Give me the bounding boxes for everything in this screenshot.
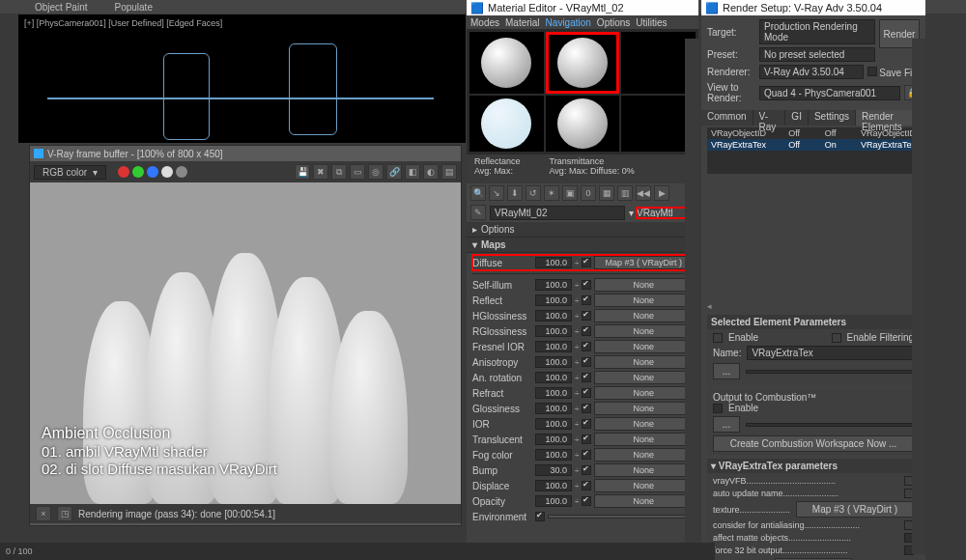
map-slot-button[interactable]: None	[594, 340, 693, 353]
vfb-clear-icon[interactable]: ✖	[313, 164, 328, 180]
assign-material-icon[interactable]: ⬇	[507, 185, 523, 201]
viewport[interactable]: [+] [PhysCamera001] [User Defined] [Edge…	[17, 14, 467, 144]
render-setup-titlebar[interactable]: 🟦 Render Setup: V-Ray Adv 3.50.04	[701, 0, 925, 15]
enable-element-check[interactable]: Enable	[728, 332, 758, 343]
map-slot-button[interactable]: None	[594, 386, 693, 400]
map-amount-spinner[interactable]: 100.0	[535, 449, 572, 461]
combustion-enable-check[interactable]: Enable	[728, 403, 758, 413]
vfb-cc-icon[interactable]: ◧	[405, 164, 420, 180]
enable-filtering-check[interactable]: Enable Filtering	[847, 332, 914, 343]
material-editor-titlebar[interactable]: 🟦 Material Editor - VRayMtl_02	[467, 0, 698, 15]
vfb-abort-icon[interactable]: ×	[36, 506, 51, 521]
me-menu-options[interactable]: Options	[597, 17, 630, 28]
map-amount-spinner[interactable]: 100.0	[535, 372, 572, 383]
put-material-icon[interactable]: ↘	[489, 185, 504, 201]
map-enable-check[interactable]	[582, 342, 591, 351]
rollout-options[interactable]: ▸ Options	[467, 222, 698, 238]
objpaint-menu[interactable]: Object Paint	[35, 2, 87, 13]
map-enable-check[interactable]	[582, 481, 591, 490]
map-enable-check[interactable]	[582, 496, 591, 506]
map-enable-check[interactable]	[582, 258, 591, 267]
mateff-icon[interactable]: 0	[581, 185, 596, 201]
map-slot-button[interactable]	[548, 515, 693, 518]
map-enable-check[interactable]	[582, 465, 591, 475]
vfb-lens-icon[interactable]: ◐	[423, 164, 439, 180]
vfb-region-icon[interactable]: ▭	[350, 164, 365, 180]
vfb-blue-toggle[interactable]	[147, 166, 158, 178]
material-scrollbar[interactable]	[685, 39, 698, 554]
map-enable-check[interactable]	[582, 311, 591, 321]
me-menu-material[interactable]: Material	[505, 17, 540, 28]
map-slot-button[interactable]: None	[594, 479, 693, 492]
pick-material-icon[interactable]: ✎	[470, 205, 486, 220]
map-enable-check[interactable]	[582, 295, 591, 305]
map-amount-spinner[interactable]: 100.0	[535, 495, 572, 507]
me-menu-modes[interactable]: Modes	[470, 17, 499, 28]
reset-material-icon[interactable]: ↺	[526, 185, 541, 201]
map-slot-button[interactable]: None	[594, 309, 693, 322]
tab-settings[interactable]: Settings	[809, 110, 856, 126]
map-amount-spinner[interactable]: 100.0	[535, 480, 572, 491]
tab-common[interactable]: Common	[701, 110, 753, 126]
rollout-maps[interactable]: ▾ Maps	[467, 238, 698, 253]
map-slot-button[interactable]: None	[594, 324, 693, 338]
map-slot-button[interactable]: None	[594, 494, 693, 508]
vfb-history-icon[interactable]: ◳	[57, 506, 72, 521]
texture-map-button[interactable]: Map #3 ( VRayDirt )	[796, 501, 914, 518]
map-amount-spinner[interactable]: 100.0	[535, 356, 572, 368]
combustion-path-input[interactable]	[746, 423, 914, 427]
element-path-input[interactable]	[746, 370, 914, 374]
populate-menu[interactable]: Populate	[114, 2, 152, 13]
sample-slot-5[interactable]	[546, 96, 620, 152]
tab-gi[interactable]: GI	[785, 110, 809, 126]
map-amount-spinner[interactable]: 100.0	[535, 341, 572, 352]
create-combustion-button[interactable]: Create Combustion Workspace Now ...	[713, 435, 914, 452]
put-library-icon[interactable]: ▣	[562, 185, 578, 201]
vrayextratex-head[interactable]: ▾ VRayExtraTex parameters	[707, 459, 920, 473]
map-amount-spinner[interactable]: 100.0	[535, 387, 572, 399]
map-enable-check[interactable]	[582, 388, 591, 398]
vfb-red-toggle[interactable]	[118, 166, 129, 178]
map-slot-button[interactable]: None	[594, 371, 693, 384]
sample-slot-1[interactable]	[469, 32, 544, 94]
me-menu-navigation[interactable]: Navigation	[546, 17, 591, 28]
renderer-drop[interactable]: V-Ray Adv 3.50.04	[759, 65, 864, 79]
render-setup-scrollbar[interactable]	[912, 39, 925, 554]
vfb-titlebar[interactable]: V-Ray frame buffer - [100% of 800 x 450]	[30, 146, 461, 161]
map-enable-check[interactable]	[535, 512, 545, 521]
map-slot-button[interactable]: None	[594, 355, 693, 369]
timeline[interactable]: 0 / 100	[0, 543, 715, 560]
map-amount-spinner[interactable]: 100.0	[535, 403, 572, 414]
go-parent-icon[interactable]: ◀◀	[636, 185, 651, 201]
map-amount-spinner[interactable]: 100.0	[535, 279, 572, 291]
vfb-green-toggle[interactable]	[132, 166, 144, 178]
sample-slot-4[interactable]	[469, 96, 544, 152]
map-enable-check[interactable]	[582, 434, 591, 444]
map-slot-button[interactable]: None	[594, 278, 693, 292]
map-slot-button[interactable]: None	[594, 402, 693, 415]
map-amount-spinner[interactable]: 100.0	[535, 418, 572, 430]
vfb-link-icon[interactable]: 🔗	[386, 164, 402, 180]
tab-vray[interactable]: V-Ray	[753, 110, 786, 126]
preset-drop[interactable]: No preset selected	[759, 47, 875, 62]
element-name-input[interactable]: VRayExtraTex	[747, 346, 914, 360]
map-enable-check[interactable]	[582, 326, 591, 336]
map-enable-check[interactable]	[582, 280, 591, 290]
render-elements-list[interactable]: VRayObjectIDOffOffVRayObjectID VRayExtra…	[707, 127, 920, 174]
map-amount-spinner[interactable]: 100.0	[535, 325, 572, 337]
map-enable-check[interactable]	[582, 450, 591, 460]
vfb-mono-toggle[interactable]	[176, 166, 187, 178]
element-path-button[interactable]: ...	[713, 363, 740, 379]
map-slot-button[interactable]: Map #3 ( VRayDirt )	[594, 256, 693, 269]
view-drop[interactable]: Quad 4 - PhysCamera001	[759, 86, 900, 100]
me-menu-utilities[interactable]: Utilities	[636, 17, 667, 28]
map-amount-spinner[interactable]: 100.0	[535, 310, 572, 322]
vfb-channel-drop[interactable]: RGB color▾	[34, 165, 106, 180]
vfb-alpha-toggle[interactable]	[161, 166, 173, 178]
go-forward-icon[interactable]: ▶	[654, 185, 669, 201]
combustion-path-button[interactable]: ...	[713, 416, 740, 433]
vfb-save-icon[interactable]: 💾	[295, 164, 310, 180]
show-map-icon[interactable]: ▦	[599, 185, 614, 201]
material-name-input[interactable]: VRayMtl_02	[490, 206, 625, 220]
vfb-copy-icon[interactable]: ⧉	[331, 164, 347, 180]
